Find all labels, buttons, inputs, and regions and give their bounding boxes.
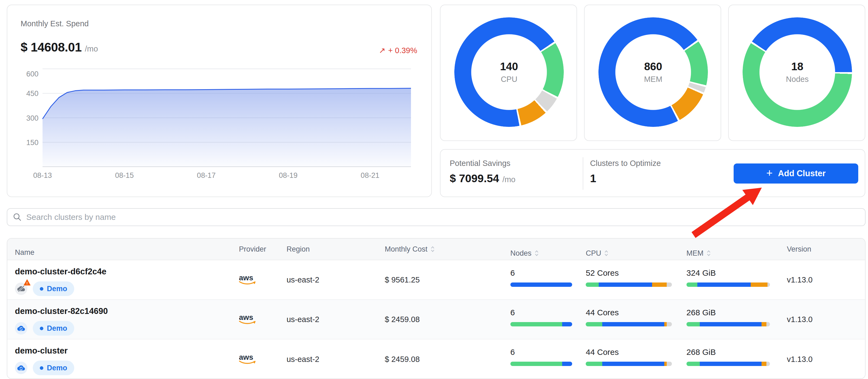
nodes-donut: 18 Nodes bbox=[743, 17, 852, 127]
cluster-name: demo-cluster-82c14690 bbox=[15, 307, 230, 316]
table-row[interactable]: demo-cluster-82c14690 Demo aws us-east-2… bbox=[7, 300, 865, 340]
mem-total-value: 860 bbox=[644, 60, 662, 72]
mem-value: 324 GiB bbox=[686, 268, 778, 278]
add-cluster-label: Add Cluster bbox=[778, 169, 826, 178]
svg-text:450: 450 bbox=[26, 89, 38, 97]
nodes-total-label: Nodes bbox=[786, 75, 809, 84]
column-header-version: Version bbox=[778, 245, 865, 254]
column-header-cpu[interactable]: CPU bbox=[577, 241, 678, 258]
nodes-usage-bar bbox=[510, 283, 572, 287]
monthly-cost-value: $ 2459.08 bbox=[385, 355, 420, 364]
column-header-monthly-cost[interactable]: Monthly Cost bbox=[376, 245, 501, 254]
mem-donut-card: 860 MEM bbox=[584, 5, 721, 141]
nodes-total-value: 18 bbox=[791, 60, 804, 72]
version-value: v1.13.0 bbox=[787, 275, 812, 284]
column-header-provider: Provider bbox=[230, 245, 278, 254]
mem-total-label: MEM bbox=[644, 75, 662, 84]
mem-usage-bar bbox=[686, 362, 770, 366]
cpu-value: 44 Cores bbox=[586, 308, 678, 317]
column-header-nodes[interactable]: Nodes bbox=[501, 241, 577, 258]
nodes-value: 6 bbox=[510, 308, 577, 317]
cpu-value: 52 Cores bbox=[586, 268, 678, 278]
savings-card: Potential Savings $ 7099.54 /mo Clusters… bbox=[440, 149, 865, 197]
column-header-name: Name bbox=[7, 242, 230, 257]
monthly-cost-value: $ 2459.08 bbox=[385, 315, 420, 324]
aws-logo: aws bbox=[239, 313, 258, 326]
cluster-name: demo-cluster-d6cf2c4e bbox=[15, 267, 230, 276]
search-input[interactable] bbox=[26, 212, 860, 222]
svg-text:150: 150 bbox=[26, 139, 38, 147]
add-cluster-button[interactable]: + Add Cluster bbox=[734, 164, 858, 183]
nodes-usage-bar bbox=[510, 322, 572, 326]
svg-text:08-15: 08-15 bbox=[115, 171, 134, 179]
clusters-table: Name Provider Region Monthly Cost Nodes … bbox=[7, 238, 866, 379]
badge-dot bbox=[40, 366, 43, 370]
clusters-to-optimize-label: Clusters to Optimize bbox=[590, 159, 661, 168]
trend-up-right-icon: ↗ bbox=[379, 46, 385, 55]
svg-text:08-19: 08-19 bbox=[279, 171, 298, 179]
nodes-value: 6 bbox=[510, 268, 577, 278]
svg-text:08-17: 08-17 bbox=[197, 171, 216, 179]
mem-value: 268 GiB bbox=[686, 348, 778, 357]
spend-value: $ 14608.01 bbox=[21, 40, 82, 55]
spend-card-title: Monthly Est. Spend bbox=[21, 19, 89, 28]
cloud-demo-icon bbox=[15, 362, 27, 374]
cpu-total-label: CPU bbox=[501, 75, 517, 84]
potential-savings-value: $ 7099.54 bbox=[450, 172, 499, 185]
table-header: Name Provider Region Monthly Cost Nodes … bbox=[7, 239, 865, 260]
sort-icon bbox=[604, 250, 609, 257]
table-row[interactable]: demo-cluster-d6cf2c4e ! Demo aws us-east… bbox=[7, 260, 865, 300]
divider bbox=[583, 157, 583, 190]
spend-trend-badge: ↗ + 0.39% bbox=[379, 46, 417, 55]
aws-logo: aws bbox=[239, 353, 258, 366]
demo-badge: Demo bbox=[33, 360, 74, 375]
clusters-to-optimize-value: 1 bbox=[590, 172, 596, 185]
spend-unit: /mo bbox=[85, 45, 98, 53]
cpu-usage-bar bbox=[586, 362, 672, 366]
mem-usage-bar bbox=[686, 322, 770, 326]
demo-badge: Demo bbox=[33, 321, 74, 336]
column-header-mem[interactable]: MEM bbox=[678, 241, 778, 258]
monthly-spend-card: Monthly Est. Spend $ 14608.01 /mo ↗ + 0.… bbox=[7, 5, 432, 197]
badge-dot bbox=[40, 327, 43, 330]
sort-icon bbox=[706, 250, 711, 257]
region-value: us-east-2 bbox=[287, 355, 319, 364]
nodes-usage-bar bbox=[510, 362, 572, 366]
cpu-donut: 140 CPU bbox=[454, 17, 564, 127]
svg-text:300: 300 bbox=[26, 114, 38, 122]
table-row[interactable]: demo-cluster Demo aws us-east-2 $ 2459.0… bbox=[7, 340, 865, 379]
cpu-donut-card: 140 CPU bbox=[440, 5, 577, 141]
cloud-disconnected-warning-icon: ! bbox=[15, 283, 27, 295]
region-value: us-east-2 bbox=[287, 315, 319, 324]
cpu-total-value: 140 bbox=[500, 60, 518, 72]
search-bar bbox=[7, 208, 866, 226]
trend-value: + 0.39% bbox=[388, 46, 417, 55]
svg-text:600: 600 bbox=[26, 70, 38, 78]
column-header-region: Region bbox=[278, 245, 376, 254]
plus-icon: + bbox=[766, 168, 772, 178]
potential-savings-unit: /mo bbox=[502, 175, 515, 184]
mem-donut: 860 MEM bbox=[598, 17, 708, 127]
clusters-dashboard: Monthly Est. Spend $ 14608.01 /mo ↗ + 0.… bbox=[0, 0, 868, 379]
svg-text:08-21: 08-21 bbox=[361, 171, 379, 179]
potential-savings-stat: Potential Savings $ 7099.54 /mo bbox=[450, 159, 516, 185]
svg-text:08-13: 08-13 bbox=[33, 171, 52, 179]
potential-savings-label: Potential Savings bbox=[450, 159, 516, 168]
aws-logo: aws bbox=[239, 273, 258, 286]
search-icon bbox=[13, 212, 22, 222]
cluster-name: demo-cluster bbox=[15, 346, 230, 356]
cpu-value: 44 Cores bbox=[586, 348, 678, 357]
version-value: v1.13.0 bbox=[787, 355, 812, 364]
cloud-demo-icon bbox=[15, 322, 27, 334]
mem-usage-bar bbox=[686, 283, 770, 287]
svg-text:!: ! bbox=[27, 281, 28, 285]
clusters-to-optimize-stat: Clusters to Optimize 1 bbox=[590, 159, 661, 185]
badge-dot bbox=[40, 287, 43, 291]
nodes-donut-card: 18 Nodes bbox=[728, 5, 865, 141]
sort-icon bbox=[430, 245, 435, 253]
demo-badge: Demo bbox=[33, 282, 74, 296]
nodes-value: 6 bbox=[510, 348, 577, 357]
sort-icon bbox=[534, 250, 539, 257]
version-value: v1.13.0 bbox=[787, 315, 812, 324]
warning-triangle-icon: ! bbox=[24, 279, 31, 286]
